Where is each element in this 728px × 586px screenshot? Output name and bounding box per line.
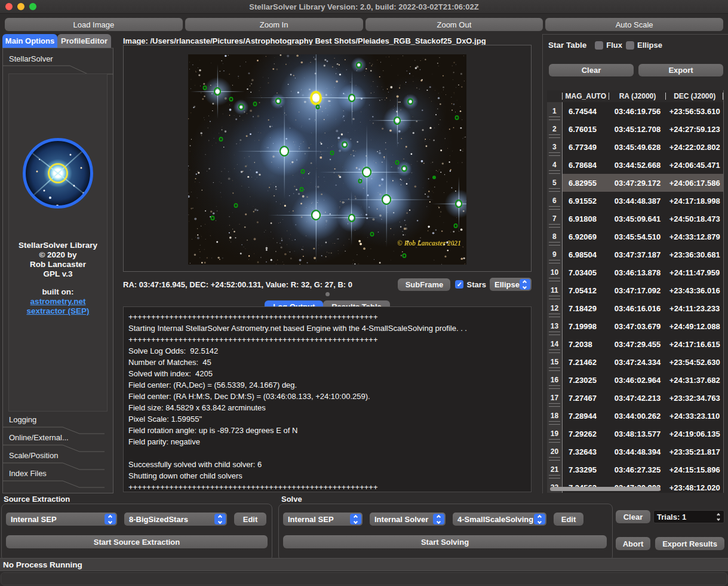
extraction-profile-select[interactable]: 8-BigSizedStars	[124, 513, 227, 526]
dec-cell[interactable]: +24:49:12.088	[666, 317, 723, 335]
star-marker[interactable]	[454, 223, 458, 228]
load-image-button[interactable]: Load Image	[5, 18, 183, 31]
dec-cell[interactable]: +24:27:59.123	[666, 120, 723, 138]
table-row[interactable]: 46.7868403:44:52.668+24:06:45.471	[547, 156, 723, 174]
row-number[interactable]: 11	[547, 281, 563, 299]
mag-cell[interactable]: 6.82955	[563, 174, 609, 192]
maximize-window-icon[interactable]	[29, 3, 36, 10]
dec-cell[interactable]: +24:06:45.471	[666, 156, 723, 174]
ra-cell[interactable]: 03:45:54.510	[609, 228, 666, 246]
sidebar-section-scale-position[interactable]: Scale/Position	[3, 447, 113, 465]
star-marker[interactable]	[382, 194, 391, 205]
table-row[interactable]: 157.2146203:47:24.334+23:54:52.630	[547, 353, 723, 371]
column-header-ra[interactable]: RA (J2000)	[609, 90, 666, 102]
star-marker[interactable]	[348, 214, 355, 222]
row-number[interactable]: 3	[547, 138, 563, 156]
ra-cell[interactable]: 03:45:09.641	[609, 210, 666, 228]
mag-cell[interactable]: 7.32643	[563, 443, 609, 461]
table-row[interactable]: 137.1999803:47:03.679+24:49:12.088	[547, 317, 723, 335]
star-marker[interactable]	[219, 137, 223, 142]
mag-cell[interactable]: 7.2038	[563, 335, 609, 353]
dec-cell[interactable]: +24:06:17.586	[666, 174, 723, 192]
sidebar-section-online-external[interactable]: Online/External...	[3, 429, 113, 447]
mag-cell[interactable]: 7.21462	[563, 353, 609, 371]
row-number[interactable]: 7	[547, 210, 563, 228]
dec-cell[interactable]: +23:54:52.630	[666, 353, 723, 371]
star-marker[interactable]	[432, 176, 436, 179]
star-marker[interactable]	[279, 146, 289, 157]
star-marker[interactable]	[210, 216, 214, 220]
ra-cell[interactable]: 03:47:24.334	[609, 353, 666, 371]
subframe-button[interactable]: SubFrame	[398, 278, 450, 291]
ra-cell[interactable]: 03:48:13.577	[609, 425, 666, 443]
ra-cell[interactable]: 03:47:42.213	[609, 389, 666, 407]
mag-cell[interactable]: 7.19998	[563, 317, 609, 335]
row-number[interactable]: 5	[547, 174, 563, 192]
sidebar-section-logging[interactable]: Logging	[3, 412, 113, 429]
dec-cell[interactable]: +24:11:47.959	[666, 263, 723, 281]
row-number[interactable]: 4	[547, 156, 563, 174]
tab-profile-editor[interactable]: ProfileEditor	[57, 34, 111, 48]
dec-cell[interactable]: +23:48:12.020	[666, 478, 723, 493]
auto-scale-button[interactable]: Auto Scale	[545, 18, 723, 31]
start-source-extraction-button[interactable]: Start Source Extraction	[6, 535, 268, 548]
mag-cell[interactable]: 7.03405	[563, 263, 609, 281]
ra-cell[interactable]: 03:46:13.878	[609, 263, 666, 281]
dec-cell[interactable]: +23:43:36.016	[666, 281, 723, 299]
flux-checkbox[interactable]	[595, 41, 603, 50]
marker-shape-select[interactable]: Ellipse	[490, 278, 532, 291]
dec-cell[interactable]: +23:32:34.763	[666, 389, 723, 407]
dec-cell[interactable]: +24:17:16.615	[666, 335, 723, 353]
mag-cell[interactable]: 6.74544	[563, 102, 609, 120]
table-row[interactable]: 76.9180803:45:09.641+24:50:18.473	[547, 210, 723, 228]
star-marker[interactable]	[311, 210, 321, 220]
tab-main-options[interactable]: Main Options	[2, 34, 57, 48]
star-marker[interactable]	[229, 97, 234, 102]
table-row[interactable]: 217.3329503:46:27.325+24:15:15.896	[547, 461, 723, 478]
star-marker[interactable]	[299, 187, 303, 192]
row-number[interactable]: 9	[547, 246, 563, 263]
row-number[interactable]: 2	[547, 120, 563, 138]
dec-cell[interactable]: +24:17:18.998	[666, 192, 723, 210]
star-marker[interactable]	[253, 102, 257, 106]
mag-cell[interactable]: 6.91808	[563, 210, 609, 228]
ra-cell[interactable]: 03:46:02.964	[609, 371, 666, 389]
row-number[interactable]: 10	[547, 263, 563, 281]
export-results-button[interactable]: Export Results	[655, 537, 724, 550]
edit-extraction-profile-button[interactable]: Edit	[234, 513, 266, 526]
mag-cell[interactable]: 6.78684	[563, 156, 609, 174]
row-number[interactable]: 6	[547, 192, 563, 210]
stars-checkbox[interactable]: ✓	[455, 280, 463, 289]
star-table[interactable]: MAG_AUTO RA (J2000) DEC (J2000) 16.74544…	[547, 90, 724, 493]
table-row[interactable]: 167.2302503:46:02.964+24:31:37.682	[547, 371, 723, 389]
mag-cell[interactable]: 6.77349	[563, 138, 609, 156]
astrometry-link[interactable]: astrometry.net	[3, 297, 113, 306]
row-number[interactable]: 1	[547, 102, 563, 120]
start-solving-button[interactable]: Start Solving	[283, 535, 607, 548]
row-number[interactable]: 17	[547, 389, 563, 407]
edit-solve-profile-button[interactable]: Edit	[554, 513, 583, 526]
table-row[interactable]: 187.2894403:44:00.262+24:33:23.110	[547, 407, 723, 425]
ellipse-checkbox[interactable]	[626, 41, 634, 50]
row-number[interactable]: 14	[547, 335, 563, 353]
ra-cell[interactable]: 03:46:19.756	[609, 102, 666, 120]
zoom-out-button[interactable]: Zoom Out	[365, 18, 543, 31]
table-row[interactable]: 147.203803:47:29.455+24:17:16.615	[547, 335, 723, 353]
trials-spinbox[interactable]: Trials: 1	[653, 510, 724, 523]
star-marker[interactable]	[356, 62, 362, 68]
row-number[interactable]: 16	[547, 371, 563, 389]
row-number[interactable]: 21	[547, 461, 563, 478]
star-marker[interactable]	[358, 179, 362, 183]
star-marker[interactable]	[362, 167, 371, 177]
ra-cell[interactable]: 03:45:12.708	[609, 120, 666, 138]
zoom-in-button[interactable]: Zoom In	[185, 18, 363, 31]
stellarsolver-section-header[interactable]: StellarSolver	[9, 54, 53, 63]
solve-profile-select[interactable]: 4-SmallScaleSolving	[453, 513, 546, 526]
ra-cell[interactable]: 03:44:52.668	[609, 156, 666, 174]
clear-results-button[interactable]: Clear	[616, 510, 650, 523]
row-number[interactable]: 13	[547, 317, 563, 335]
mag-cell[interactable]: 6.92069	[563, 228, 609, 246]
dec-cell[interactable]: +24:50:18.473	[666, 210, 723, 228]
table-row[interactable]: 197.2926203:48:13.577+24:19:06.135	[547, 425, 723, 443]
dec-cell[interactable]: +24:33:23.110	[666, 407, 723, 425]
